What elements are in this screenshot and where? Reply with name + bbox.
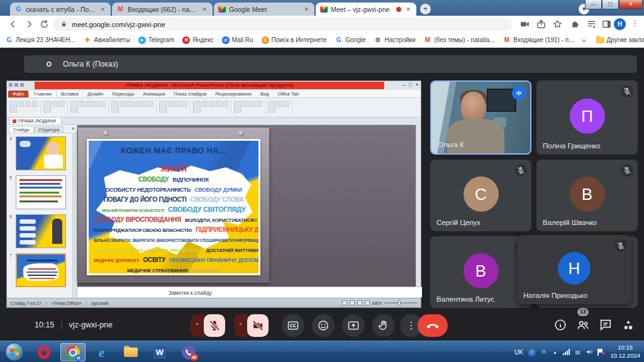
taskbar-chrome[interactable]: H xyxy=(60,343,86,361)
forward-icon[interactable] xyxy=(24,19,35,30)
participant-tile[interactable]: ППоліна Грищенко xyxy=(536,80,638,155)
bookmark-item[interactable]: ✈Авиабилеты xyxy=(84,36,130,44)
view-reading-icon[interactable] xyxy=(357,300,362,305)
slide-thumbnail[interactable]: 4 xyxy=(9,136,72,170)
ppt-ribbon-tab[interactable]: Вид xyxy=(256,90,274,97)
browser-tab[interactable]: Gскачать с ютуба - Пошук Googl✕ xyxy=(10,3,111,16)
self-view-tile[interactable]: ННаталія Приходько xyxy=(517,235,631,304)
slide-thumbnail[interactable]: 7 xyxy=(9,253,72,287)
window-maximize-button[interactable]: ▢ xyxy=(602,0,619,9)
extensions-icon[interactable] xyxy=(570,19,580,30)
window-close-button[interactable]: ✕ xyxy=(619,0,643,9)
bookmark-item[interactable]: ▸Telegram xyxy=(138,36,174,44)
bookmark-item[interactable]: M(без темы) - natalia... xyxy=(424,36,495,44)
taskbar-internet-explorer[interactable]: e xyxy=(89,343,114,361)
view-normal-icon[interactable] xyxy=(342,300,347,305)
tray-updates-icon[interactable]: ▤ xyxy=(574,349,581,356)
ppt-ribbon-tab[interactable]: Office Tab xyxy=(274,90,304,97)
taskbar-clock[interactable]: 10:15 10.12.2024 xyxy=(610,343,640,359)
bookmark-label: Лекція 23 ЗНАЧЕН... xyxy=(16,36,75,43)
tray-volume-icon[interactable] xyxy=(586,348,593,356)
ppt-ribbon-tab[interactable]: Дизайн xyxy=(83,90,108,97)
browser-tab[interactable]: MВходящие (662) - nataliaprihodk✕ xyxy=(112,3,213,16)
ppt-ribbon-tab[interactable]: Анимация xyxy=(138,90,169,97)
ppt-ribbon-tab[interactable]: Рецензирование xyxy=(211,90,256,97)
view-sorter-icon[interactable] xyxy=(350,300,355,305)
participant-tile[interactable]: ВВалентина Литус xyxy=(430,236,531,308)
tray-language[interactable]: UK xyxy=(514,349,523,356)
new-tab-button[interactable]: + xyxy=(420,4,431,14)
captions-icon xyxy=(287,319,299,332)
media-controls-icon[interactable] xyxy=(586,19,597,30)
reactions-button[interactable] xyxy=(312,314,335,337)
bookmark-item[interactable]: Поиск в Интернете xyxy=(262,36,327,44)
slide-thumbnail[interactable]: 5 xyxy=(9,175,72,209)
participant-tile[interactable]: ВВалерій Швачко xyxy=(536,160,638,231)
participant-tile[interactable]: ССергій Цепух xyxy=(430,160,531,231)
taskbar-word[interactable]: W xyxy=(147,343,172,361)
panel-scrollbar[interactable] xyxy=(72,134,77,298)
participant-tile[interactable]: Ольга К xyxy=(430,80,531,155)
ppt-ribbon-tab[interactable]: Главная xyxy=(28,90,57,97)
captions-button[interactable] xyxy=(282,314,304,337)
tab-close-icon[interactable]: ✕ xyxy=(99,6,106,13)
camera-options-chevron[interactable]: ⌃ xyxy=(234,314,247,337)
ppt-ribbon-tab[interactable]: Показ слайдов xyxy=(170,90,211,97)
tab-close-icon[interactable]: ✕ xyxy=(303,6,310,13)
bookmark-star-icon[interactable] xyxy=(552,19,563,30)
end-call-button[interactable] xyxy=(418,314,448,337)
raise-hand-button[interactable] xyxy=(372,314,395,337)
tray-expand-icon[interactable]: ▴ xyxy=(552,349,558,356)
chat-button[interactable] xyxy=(599,318,613,332)
mic-options-chevron[interactable]: ⌃ xyxy=(191,314,204,337)
bookmark-item[interactable]: MВходящие (191) - п... xyxy=(502,36,574,44)
editor-scrollbar[interactable] xyxy=(416,125,421,287)
profile-avatar[interactable]: H xyxy=(614,18,626,30)
view-slideshow-icon[interactable] xyxy=(365,300,370,305)
window-minimize-button[interactable]: — xyxy=(585,0,602,9)
zoom-slider[interactable] xyxy=(384,302,417,304)
camera-permission-icon[interactable] xyxy=(519,19,530,30)
reload-icon[interactable] xyxy=(39,19,50,30)
back-icon[interactable] xyxy=(8,19,18,30)
panel-tab[interactable]: Слайды xyxy=(9,126,34,133)
camera-off-button[interactable] xyxy=(247,314,269,337)
browser-menu-icon[interactable]: ⋮ xyxy=(631,18,639,28)
tab-close-icon[interactable]: ✕ xyxy=(404,6,412,13)
tray-action-center-icon[interactable]: ✕ xyxy=(597,349,604,356)
ppt-ribbon-tab[interactable]: Вставка xyxy=(57,90,83,97)
slide-canvas: КОЖЕН МАЄ ПРАВО НА... ЖИТТЯСВОБОДУВІДПОЧ… xyxy=(78,128,269,283)
bookmark-item[interactable]: GGoogle xyxy=(335,36,365,44)
panel-close-icon[interactable]: ✕ xyxy=(71,126,75,131)
browser-tab[interactable]: Google Meet✕ xyxy=(214,3,314,16)
side-panel-icon[interactable] xyxy=(601,19,612,30)
tray-device-icon[interactable]: ⎙ xyxy=(540,349,547,356)
browser-tab[interactable]: Meet – vjz-gwxi-pne✕ xyxy=(316,3,416,16)
taskbar-opera[interactable] xyxy=(31,343,57,361)
start-button[interactable] xyxy=(5,343,24,361)
slide-thumbnail[interactable]: 6 xyxy=(9,214,72,248)
present-button[interactable] xyxy=(342,314,365,337)
other-bookmarks-button[interactable]: Другие закладки xyxy=(596,36,644,43)
people-button[interactable] xyxy=(576,318,590,332)
bookmark-item[interactable]: GЛекція 23 ЗНАЧЕН... xyxy=(5,36,75,44)
taskbar-viber[interactable]: 49 xyxy=(176,343,201,361)
info-button[interactable] xyxy=(553,318,567,332)
bookmark-item[interactable]: ЯЯндекс xyxy=(182,36,214,44)
tray-network-icon[interactable] xyxy=(563,349,570,355)
panel-tab[interactable]: Структура xyxy=(34,126,64,133)
bookmarks-overflow-icon[interactable]: » xyxy=(582,36,586,44)
address-bar[interactable]: meet.google.com/vjz-gwxi-pne xyxy=(53,18,512,31)
activities-button[interactable] xyxy=(621,318,635,332)
ppt-document-tab[interactable]: ПРАВА ЛЮДИНИ xyxy=(9,117,62,124)
share-icon[interactable] xyxy=(536,19,547,30)
bookmark-item[interactable]: @Mail.Ru xyxy=(222,36,253,44)
bookmark-item[interactable]: ⚙Настройки xyxy=(374,36,415,44)
ppt-ribbon-tab[interactable]: Переходы xyxy=(108,90,138,97)
mic-muted-button[interactable] xyxy=(204,314,225,337)
ppt-notes-area[interactable]: Заметки к слайду xyxy=(77,287,422,297)
tab-close-icon[interactable]: ✕ xyxy=(201,6,208,13)
ppt-ribbon-tab[interactable]: Файл xyxy=(8,90,28,97)
taskbar-explorer[interactable] xyxy=(118,343,143,361)
tray-help-icon[interactable]: ? xyxy=(528,348,536,356)
